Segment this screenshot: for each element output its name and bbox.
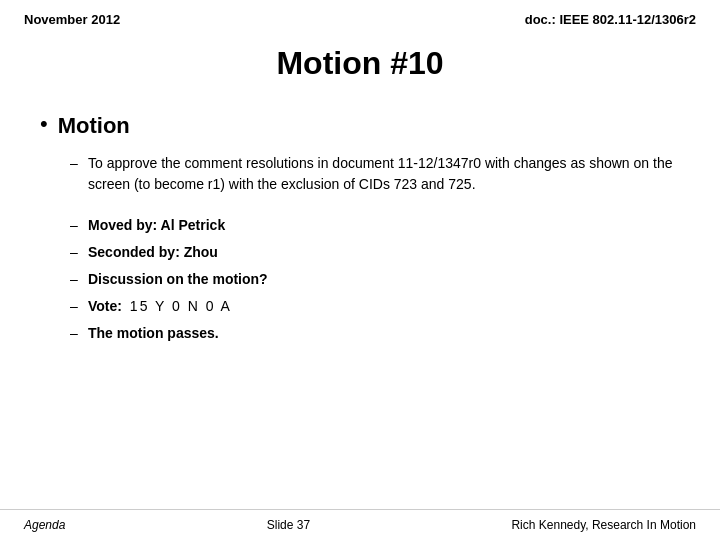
dash-icon-1: – <box>70 155 80 171</box>
vote-label: Vote: <box>88 298 122 314</box>
sub-bullet-passes: – The motion passes. <box>70 323 680 344</box>
sub-bullet-moved: – Moved by: Al Petrick <box>70 215 680 236</box>
slide-title: Motion #10 <box>0 35 720 102</box>
bullet-icon: • <box>40 110 48 139</box>
slide: November 2012 doc.: IEEE 802.11-12/1306r… <box>0 0 720 540</box>
slide-header: November 2012 doc.: IEEE 802.11-12/1306r… <box>0 0 720 35</box>
header-date: November 2012 <box>24 12 120 27</box>
footer-agenda: Agenda <box>24 518 65 532</box>
dash-icon-6: – <box>70 325 80 341</box>
slide-footer: Agenda Slide 37 Rich Kennedy, Research I… <box>0 509 720 540</box>
main-bullet-text: Motion <box>58 112 130 141</box>
sub-bullet-text-6: The motion passes. <box>88 323 219 344</box>
sub-bullet-seconded: – Seconded by: Zhou <box>70 242 680 263</box>
header-doc: doc.: IEEE 802.11-12/1306r2 <box>525 12 696 27</box>
slide-content: • Motion – To approve the comment resolu… <box>0 102 720 360</box>
footer-author: Rich Kennedy, Research In Motion <box>511 518 696 532</box>
sub-bullet-text-4: Discussion on the motion? <box>88 269 268 290</box>
dash-icon-4: – <box>70 271 80 287</box>
footer-slide-number: Slide 37 <box>267 518 310 532</box>
sub-bullets-section: – To approve the comment resolutions in … <box>40 153 680 344</box>
sub-bullet-text-5: Vote: 15 Y 0 N 0 A <box>88 296 232 317</box>
sub-bullet-text-3: Seconded by: Zhou <box>88 242 218 263</box>
dash-icon-5: – <box>70 298 80 314</box>
dash-icon-2: – <box>70 217 80 233</box>
main-bullet: • Motion <box>40 112 680 141</box>
dash-icon-3: – <box>70 244 80 260</box>
sub-bullet-discussion: – Discussion on the motion? <box>70 269 680 290</box>
sub-bullet-text-1: To approve the comment resolutions in do… <box>88 153 680 195</box>
sub-bullet-text-2: Moved by: Al Petrick <box>88 215 225 236</box>
sub-bullet-description: – To approve the comment resolutions in … <box>70 153 680 195</box>
vote-values: 15 Y 0 N 0 A <box>130 298 232 314</box>
sub-bullet-vote: – Vote: 15 Y 0 N 0 A <box>70 296 680 317</box>
